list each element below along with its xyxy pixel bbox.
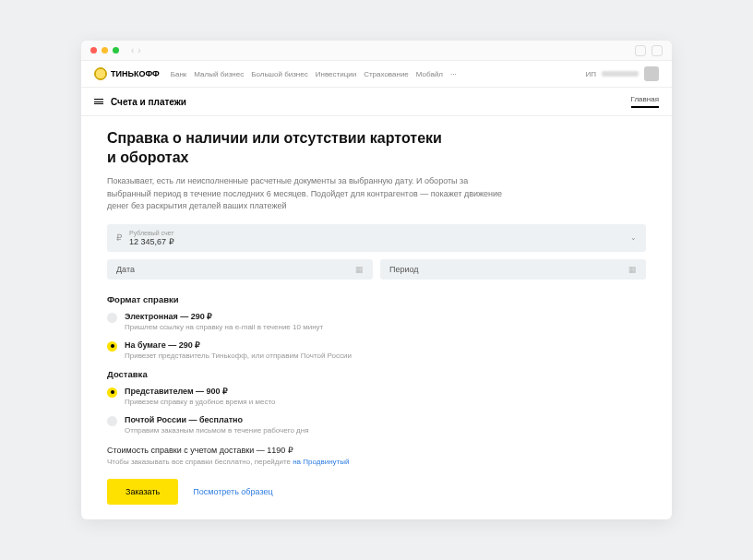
radio-icon[interactable] (107, 387, 117, 398)
account-label: Рублевый счет (129, 230, 174, 236)
primary-nav: Банк Малый бизнес Большой бизнес Инвести… (171, 70, 457, 78)
format-option-paper[interactable]: На бумаге — 290 ₽ Привезет представитель… (107, 340, 646, 360)
main-content: Справка о наличии или отсутствии картоте… (81, 116, 672, 518)
maximize-icon[interactable] (113, 47, 119, 54)
date-placeholder: Дата (116, 265, 135, 274)
upgrade-link[interactable]: на Продвинутый (293, 458, 349, 466)
account-name-blurred (602, 71, 639, 77)
account-area[interactable]: ИП (586, 66, 660, 81)
delivery-option-courier[interactable]: Представителем — 900 ₽ Привезем справку … (107, 387, 646, 406)
window-chrome: ‹ › (81, 41, 672, 61)
nav-link[interactable]: Банк (171, 70, 187, 78)
nav-more[interactable]: ··· (450, 70, 457, 78)
order-button[interactable]: Заказать (107, 479, 178, 505)
account-value: 12 345,67 ₽ (129, 237, 174, 246)
total-cost: Стоимость справки с учетом доставки — 11… (107, 446, 646, 455)
page-title: Справка о наличии или отсутствии картоте… (107, 129, 646, 168)
brand-logo[interactable]: ТИНЬКОФФ (94, 67, 160, 80)
radio-icon[interactable] (107, 313, 117, 323)
page-section-title: Счета и платежи (111, 97, 186, 107)
view-sample-link[interactable]: Посмотреть образец (193, 487, 272, 496)
radio-icon[interactable] (107, 341, 117, 351)
forward-icon[interactable]: › (137, 45, 140, 55)
avatar[interactable] (644, 66, 659, 81)
close-icon[interactable] (90, 47, 97, 54)
top-nav: ТИНЬКОФФ Банк Малый бизнес Большой бизне… (81, 61, 672, 88)
account-select[interactable]: ₽ Рублевый счет 12 345,67 ₽ ⌄ (107, 224, 646, 252)
calendar-icon: ▦ (355, 265, 364, 274)
nav-link[interactable]: Малый бизнес (194, 70, 244, 78)
nav-link[interactable]: Инвестиции (316, 70, 356, 78)
page-lead: Показывает, есть ли неисполненные расчет… (107, 175, 504, 213)
calendar-icon: ▦ (628, 265, 637, 274)
tab-main[interactable]: Главная (631, 95, 659, 108)
delivery-heading: Доставка (107, 369, 646, 379)
logo-icon (94, 67, 107, 80)
format-option-electronic[interactable]: Электронная — 290 ₽ Пришлем ссылку на сп… (107, 312, 646, 331)
back-icon[interactable]: ‹ (131, 45, 134, 55)
nav-link[interactable]: Страхование (364, 70, 409, 78)
sub-header: Счета и платежи Главная (81, 88, 672, 112)
period-placeholder: Период (389, 265, 419, 274)
delivery-option-post[interactable]: Почтой России — бесплатно Отправим заказ… (107, 415, 646, 435)
format-heading: Формат справки (107, 294, 646, 304)
account-prefix: ИП (586, 70, 597, 78)
share-icon[interactable] (635, 45, 646, 56)
minimize-icon[interactable] (102, 47, 108, 54)
upgrade-hint: Чтобы заказывать все справки бесплатно, … (107, 458, 646, 466)
date-field[interactable]: Дата ▦ (107, 259, 373, 280)
browser-window: ‹ › ТИНЬКОФФ Банк Малый бизнес Большой б… (81, 41, 672, 518)
tabs-icon[interactable] (651, 45, 663, 56)
radio-icon[interactable] (107, 416, 117, 426)
period-field[interactable]: Период ▦ (380, 259, 646, 280)
ruble-icon: ₽ (116, 232, 122, 243)
chevron-down-icon: ⌄ (630, 233, 637, 242)
browser-nav: ‹ › (131, 45, 141, 55)
menu-icon[interactable] (94, 99, 103, 104)
nav-link[interactable]: Мобайл (416, 70, 443, 78)
brand-name: ТИНЬКОФФ (111, 69, 160, 78)
nav-link[interactable]: Большой бизнес (251, 70, 308, 78)
